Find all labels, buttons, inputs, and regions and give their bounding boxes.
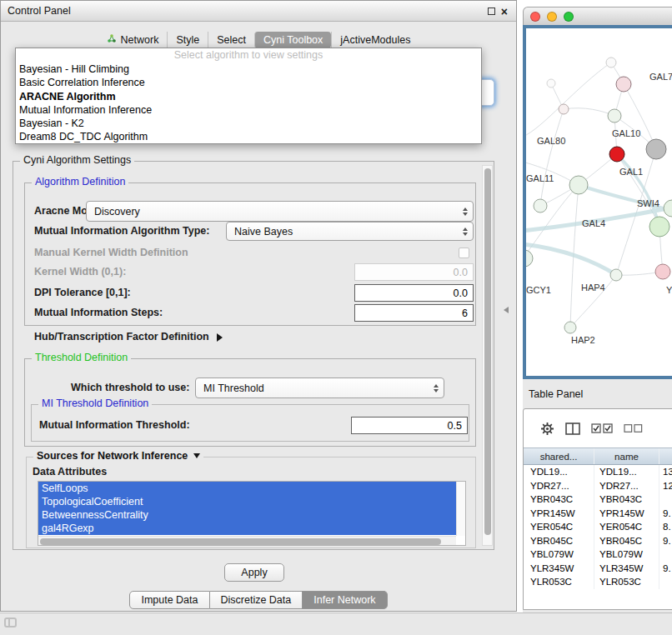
kernel-width-field: 0.0 [354,263,474,281]
table-row[interactable]: YDL19...YDL19...13 [524,465,672,479]
mi-threshold-field[interactable]: 0.5 [351,417,468,434]
table-row[interactable]: YBR043CYBR043C [524,492,672,507]
attribute-item[interactable]: gal4RGexp [38,522,456,535]
network-node[interactable] [547,79,555,88]
algorithm-prompt: Select algorithm to view settings [16,48,481,62]
table-cell: YBR045C [524,534,594,548]
list-horizontal-scrollbar[interactable] [38,536,456,545]
control-panel-titlebar[interactable]: Control Panel × [1,1,516,22]
algorithm-option[interactable]: Bayesian - Hill Climbing [16,62,481,76]
network-node[interactable] [616,77,631,92]
tab-jactivemodules[interactable]: jActiveModules [331,32,419,48]
network-node[interactable] [609,147,624,162]
table-row[interactable]: YER054CYER054C8. [524,520,672,534]
mi-steps-field[interactable]: 6 [354,304,474,322]
column-header-clipped[interactable] [659,448,672,464]
algorithm-option[interactable]: Dream8 DC_TDC Algorithm [16,130,481,143]
network-tab-icon [107,33,117,46]
panel-collapse-icon[interactable] [504,307,509,313]
table-cell: YBL079W [594,548,659,562]
unchecked-boxes-icon[interactable] [624,424,643,432]
apply-button[interactable]: Apply [224,563,284,582]
mi-type-select[interactable]: Naive Bayes [226,222,474,241]
manual-kernel-checkbox[interactable] [459,248,469,258]
algorithm-option[interactable]: Basic Correlation Inference [16,76,481,89]
network-node[interactable] [649,217,669,237]
settings-scrollbar[interactable] [482,165,493,546]
algorithm-option[interactable]: Mutual Information Inference [16,103,481,117]
minimized-panel-icon[interactable] [4,618,17,628]
tab-select[interactable]: Select [208,32,254,48]
algorithm-option[interactable]: ARACNE Algorithm [16,90,481,103]
table-row[interactable]: YDR27...YDR27...12 [524,479,672,493]
zoom-traffic-light-icon[interactable] [564,12,574,22]
node-label: GAL1 [619,167,643,177]
minimize-traffic-light-icon[interactable] [547,12,557,22]
node-label: HAP2 [571,335,595,345]
network-window-titlebar[interactable] [523,7,672,25]
columns-icon[interactable] [565,422,580,435]
column-header-name[interactable]: name [594,448,659,464]
network-node[interactable] [526,250,533,267]
close-traffic-light-icon[interactable] [530,12,540,22]
network-node[interactable] [564,322,576,333]
network-node[interactable] [559,104,569,114]
attribute-item[interactable]: SelfLoops [38,482,456,495]
chevron-updown-icon [434,384,439,392]
tab-network[interactable]: Network [98,31,168,48]
mi-threshold-group-title: MI Threshold Definition [38,398,152,409]
node-label: HAP4 [581,282,605,292]
data-attributes-list[interactable]: SelfLoopsTopologicalCoefficientBetweenne… [38,481,466,546]
sources-toggle[interactable]: Sources for Network Inference [33,450,203,462]
aracne-mode-select[interactable]: Discovery [86,201,474,222]
network-node[interactable] [664,200,672,217]
table-row[interactable]: YBL079WYBL079W [524,548,672,562]
attribute-item[interactable]: TopologicalCoefficient [38,495,456,508]
gear-icon[interactable] [540,422,554,436]
network-node[interactable] [646,139,666,159]
control-panel-tabs: NetworkStyleSelectCyni ToolboxjActiveMod… [1,31,516,48]
tab-cyni-toolbox[interactable]: Cyni Toolbox [254,32,331,48]
table-cell [659,492,672,507]
kernel-width-value: 0.0 [454,267,468,278]
bottom-tabs: Impute DataDiscretize DataInfer Network [1,591,516,609]
node-label: GAL4 [582,218,605,228]
table-header[interactable]: shared... name [524,448,672,465]
close-icon[interactable]: × [501,6,508,18]
tab-style[interactable]: Style [167,32,208,48]
bottom-tab-discretize-data[interactable]: Discretize Data [210,591,303,609]
network-thick-edges [526,154,672,275]
network-node[interactable] [534,199,547,212]
settings-scrollbar-thumb[interactable] [484,168,491,535]
network-canvas[interactable]: GAL7GAL80GAL10GAL11GAL1SWI4GAL4GCY1HAP4H… [523,25,672,379]
dpi-tolerance-field[interactable]: 0.0 [354,284,474,302]
bottom-tab-infer-network[interactable]: Infer Network [303,591,387,609]
table-row[interactable]: YLR053CYLR053C [524,575,672,589]
attribute-item[interactable]: BetweennessCentrality [38,508,456,522]
table-row[interactable]: YLR345WYLR345W9. [524,562,672,576]
bottom-tab-impute-data[interactable]: Impute Data [129,591,209,609]
list-vertical-scrollbar[interactable] [456,482,465,536]
table-row[interactable]: YPR145WYPR145W9. [524,507,672,521]
column-header-shared-name[interactable]: shared... [524,448,594,464]
node-label: GCY1 [526,285,551,295]
hub-definition-label: Hub/Transcription Factor Definition [34,331,209,343]
apply-button-label: Apply [241,567,267,578]
network-node[interactable] [655,264,670,279]
algorithm-option[interactable]: Bayesian - K2 [16,117,481,130]
network-node[interactable] [606,58,616,68]
table-cell: YDL19... [524,465,594,479]
table-panel-title: Table Panel [529,388,583,400]
checked-boxes-icon[interactable] [591,423,613,433]
chevron-updown-icon [463,208,468,216]
hub-definition-toggle[interactable]: Hub/Transcription Factor Definition [34,331,223,343]
network-node[interactable] [608,109,621,122]
table-row[interactable]: YBR045CYBR045C9. [524,534,672,548]
which-threshold-select[interactable]: MI Threshold [195,378,444,398]
table-cell [659,575,672,589]
table-toolbar [524,409,672,448]
float-window-icon[interactable] [488,8,495,15]
table-cell: 9. [659,507,672,521]
network-node[interactable] [610,269,622,281]
network-node[interactable] [569,176,588,194]
